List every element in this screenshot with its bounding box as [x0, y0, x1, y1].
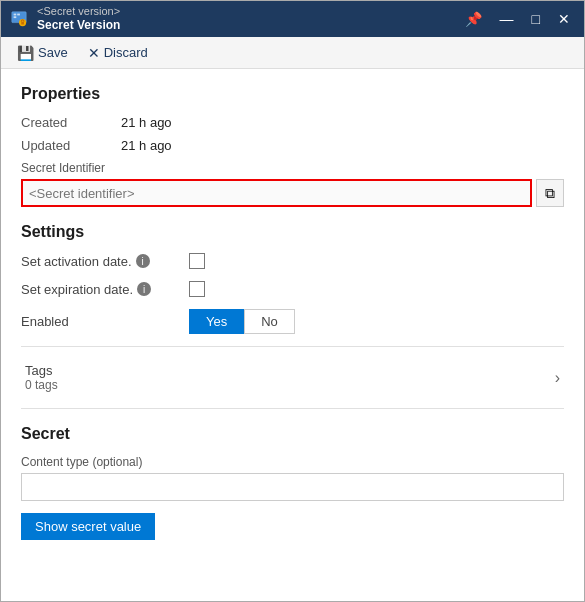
enabled-toggle: Yes No: [189, 309, 295, 334]
tags-title: Tags: [25, 363, 58, 378]
enabled-row: Enabled Yes No: [21, 309, 564, 334]
title-main: Secret Version: [37, 18, 120, 32]
svg-rect-2: [14, 16, 17, 18]
updated-label: Updated: [21, 138, 121, 153]
yes-button[interactable]: Yes: [189, 309, 244, 334]
svg-rect-3: [17, 14, 20, 16]
expiration-row: Set expiration date. i: [21, 281, 564, 297]
divider-after-tags: [21, 408, 564, 409]
save-label: Save: [38, 45, 68, 60]
properties-section: Properties Created 21 h ago Updated 21 h…: [21, 85, 564, 207]
created-label: Created: [21, 115, 121, 130]
chevron-right-icon: ›: [555, 369, 560, 387]
copy-identifier-button[interactable]: ⧉: [536, 179, 564, 207]
settings-section: Settings Set activation date. i Set expi…: [21, 223, 564, 334]
divider-before-tags: [21, 346, 564, 347]
title-subtitle: <Secret version>: [37, 5, 120, 18]
tags-left: Tags 0 tags: [25, 363, 58, 392]
main-window: <Secret version> Secret Version 📌 — □ ✕ …: [0, 0, 585, 602]
discard-button[interactable]: ✕ Discard: [80, 41, 156, 65]
activation-row: Set activation date. i: [21, 253, 564, 269]
no-button[interactable]: No: [244, 309, 295, 334]
identifier-row: ⧉: [21, 179, 564, 207]
save-button[interactable]: 💾 Save: [9, 41, 76, 65]
title-bar-left: <Secret version> Secret Version: [9, 5, 120, 33]
created-row: Created 21 h ago: [21, 115, 564, 130]
updated-value: 21 h ago: [121, 138, 172, 153]
show-secret-button[interactable]: Show secret value: [21, 513, 155, 540]
activation-info-icon[interactable]: i: [136, 254, 150, 268]
settings-heading: Settings: [21, 223, 564, 241]
content-area: Properties Created 21 h ago Updated 21 h…: [1, 69, 584, 601]
activation-label: Set activation date. i: [21, 254, 181, 269]
discard-label: Discard: [104, 45, 148, 60]
enabled-label: Enabled: [21, 314, 181, 329]
toolbar: 💾 Save ✕ Discard: [1, 37, 584, 69]
discard-icon: ✕: [88, 45, 100, 61]
expiration-label: Set expiration date. i: [21, 282, 181, 297]
svg-rect-5: [21, 22, 24, 25]
save-icon: 💾: [17, 45, 34, 61]
content-type-input[interactable]: [21, 473, 564, 501]
expiration-checkbox[interactable]: [189, 281, 205, 297]
title-controls: 📌 — □ ✕: [459, 10, 576, 28]
title-bar: <Secret version> Secret Version 📌 — □ ✕: [1, 1, 584, 37]
tags-row[interactable]: Tags 0 tags ›: [21, 355, 564, 400]
close-button[interactable]: ✕: [552, 10, 576, 28]
title-text: <Secret version> Secret Version: [37, 5, 120, 33]
secret-heading: Secret: [21, 425, 564, 443]
identifier-label: Secret Identifier: [21, 161, 564, 175]
secret-section: Secret Content type (optional) Show secr…: [21, 425, 564, 540]
created-value: 21 h ago: [121, 115, 172, 130]
minimize-button[interactable]: —: [494, 10, 520, 28]
activation-checkbox[interactable]: [189, 253, 205, 269]
secret-icon: [9, 9, 29, 29]
expiration-info-icon[interactable]: i: [137, 282, 151, 296]
tags-count: 0 tags: [25, 378, 58, 392]
pin-button[interactable]: 📌: [459, 10, 488, 28]
svg-rect-1: [14, 14, 17, 16]
updated-row: Updated 21 h ago: [21, 138, 564, 153]
maximize-button[interactable]: □: [526, 10, 546, 28]
properties-heading: Properties: [21, 85, 564, 103]
content-type-label: Content type (optional): [21, 455, 564, 469]
copy-icon: ⧉: [545, 185, 555, 202]
secret-identifier-input[interactable]: [21, 179, 532, 207]
